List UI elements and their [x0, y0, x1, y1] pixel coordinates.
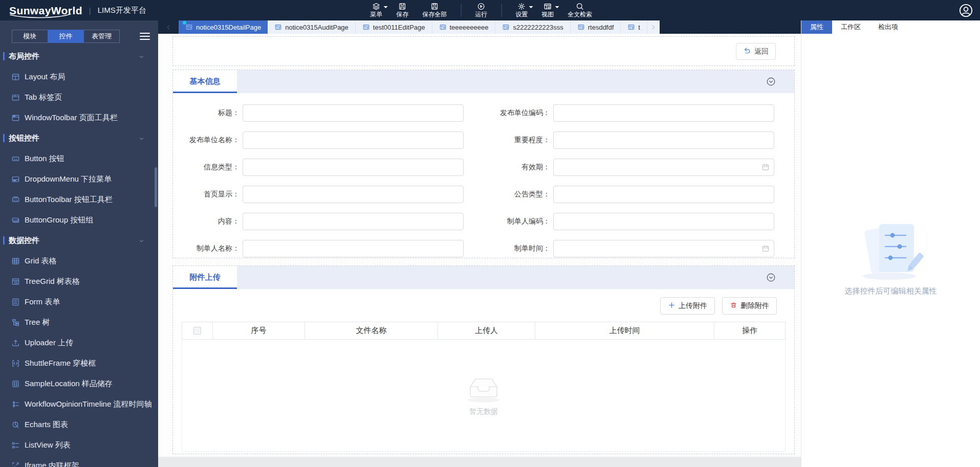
sidebar-item-treegrid[interactable]: TreeGrid 树表格 — [0, 271, 158, 292]
select-all-checkbox[interactable] — [193, 327, 201, 335]
sidebar-item-workflow-timeline[interactable]: WorkflowOpinionTimeline 流程时间轴 — [0, 394, 158, 414]
sidebar-tab-表管理[interactable]: 表管理 — [83, 30, 120, 43]
page-tab-rtesddfdf[interactable]: rtesddfdf — [571, 20, 621, 34]
sidebar-tab-控件[interactable]: 控件 — [48, 30, 84, 43]
app-title: LIMS开发平台 — [98, 6, 146, 15]
tab-scroll-left-button[interactable] — [158, 20, 179, 34]
tab-attachment-upload[interactable]: 附件上传 — [173, 266, 237, 289]
doc-page-icon — [627, 24, 635, 31]
form-label: 制单时间： — [484, 244, 550, 253]
sidebar-item-layout[interactable]: Layout 布局 — [0, 66, 158, 87]
page-tab-s2222222223sss[interactable]: s2222222223sss — [495, 20, 570, 34]
logo-divider: | — [89, 6, 91, 15]
control-groups: 布局控件Layout 布局Tab 标签页WindowToolbar 页面工具栏按… — [0, 46, 158, 467]
form-input-r1c2[interactable] — [553, 104, 774, 122]
chevron-down-icon — [138, 238, 145, 244]
form-row: 发布单位名称：重要程度： — [173, 131, 794, 149]
page-tab-notice0315DetailPage[interactable]: notice0315DetailPage — [179, 20, 268, 34]
chevron-down-icon — [138, 54, 145, 60]
hamburger-menu-icon[interactable] — [140, 33, 150, 40]
form-label: 重要程度： — [484, 136, 550, 145]
sidebar-item-grid[interactable]: Grid 表格 — [0, 251, 158, 271]
layout-icon — [11, 73, 20, 81]
group-header[interactable]: 按钮控件 — [0, 128, 158, 148]
delete-attachment-button[interactable]: 删除附件 — [722, 297, 777, 315]
column-header-1: 序号 — [213, 322, 305, 339]
form-input-r1c1[interactable] — [243, 104, 464, 122]
sidebar-item-shuttle-frame[interactable]: ShuttleFrame 穿梭框 — [0, 353, 158, 373]
form-input-r5c2[interactable] — [553, 213, 774, 230]
form-row: 制单人名称：制单时间： — [173, 240, 794, 257]
logo-swoosh — [9, 14, 72, 18]
form-label: 制单人编码： — [484, 217, 550, 226]
empty-text: 暂无数据 — [469, 407, 498, 416]
tree-icon — [11, 318, 20, 327]
toolbar-button-search[interactable]: 全文检索 — [568, 2, 592, 18]
sidebar-item-iframe[interactable]: Iframe 内联框架 — [0, 455, 158, 467]
page-tab-teeeeeeeeee[interactable]: teeeeeeeeee — [432, 20, 496, 34]
sidebar-item-sample-location[interactable]: SampleLocation 样品储存 — [0, 373, 158, 394]
page-tab-test0011EditPage[interactable]: test0011EditPage — [356, 20, 432, 34]
toolbar-button-layers[interactable]: 菜单 — [370, 2, 382, 18]
attachment-panel[interactable]: 附件上传 上传附件删除附件 序号文件名称上传人上传时间操作 暂无数据 — [172, 265, 795, 454]
toolbar-button-save[interactable]: 保存 — [396, 2, 408, 18]
panel-tab-属性[interactable]: 属性 — [801, 20, 832, 34]
sidebar-item-form[interactable]: Form 表单 — [0, 292, 158, 312]
form-input-r4c1[interactable] — [243, 186, 464, 203]
form-input-r4c2[interactable] — [553, 186, 774, 203]
sidebar-tab-模块[interactable]: 模块 — [12, 30, 48, 43]
tab-scroll-right-button[interactable] — [647, 20, 660, 34]
form-input-r3c1[interactable] — [243, 159, 464, 176]
upload-attachment-button[interactable]: 上传附件 — [660, 297, 715, 315]
form-input-r6c1[interactable] — [243, 240, 464, 257]
sidebar-item-tab[interactable]: Tab 标签页 — [0, 87, 158, 107]
sidebar-item-listview[interactable]: ListView 列表 — [0, 435, 158, 455]
sidebar-tabs: 模块控件表管理 — [12, 30, 158, 43]
form-label: 有效期： — [484, 163, 550, 172]
collapse-icon[interactable] — [766, 273, 776, 282]
tab-basic-info[interactable]: 基本信息 — [173, 70, 237, 93]
attachment-table: 序号文件名称上传人上传时间操作 暂无数据 — [182, 322, 786, 452]
chevron-down-icon — [138, 136, 145, 142]
collapse-icon[interactable] — [766, 77, 776, 86]
form-input-r6c2[interactable] — [553, 240, 774, 257]
basic-info-panel[interactable]: 基本信息 标题：发布单位编码：发布单位名称：重要程度：信息类型：有效期：首页显示… — [172, 70, 795, 258]
column-header-5: 操作 — [714, 322, 785, 339]
sidebar-item-button-toolbar[interactable]: BTNButtonToolbar 按钮工具栏 — [0, 189, 158, 210]
listview-icon — [11, 441, 20, 450]
toolbar-button-view[interactable]: 视图 — [541, 2, 554, 18]
toolbar-button-save-all[interactable]: 保存全部 — [422, 2, 447, 18]
form-input-r2c1[interactable] — [243, 131, 464, 149]
sidebar-item-uploader[interactable]: Uploader 上传 — [0, 332, 158, 353]
page-tab-t[interactable]: t — [621, 20, 647, 34]
panel-tab-检出项[interactable]: 检出项 — [869, 20, 907, 34]
group-accent-bar — [3, 52, 5, 60]
svg-text:BTN: BTN — [13, 219, 17, 221]
form-input-r5c1[interactable] — [243, 213, 464, 230]
group-header[interactable]: 布局控件 — [0, 46, 158, 66]
toolbar-button-gear[interactable]: 设置 — [515, 2, 528, 18]
sidebar-item-button[interactable]: BTNButton 按钮 — [0, 148, 158, 169]
page-tab-notice0315AuditPage[interactable]: notice0315AuditPage — [268, 20, 356, 34]
sidebar-item-dropdown-menu[interactable]: DropdownMenu 下拉菜单 — [0, 169, 158, 189]
user-avatar[interactable] — [959, 4, 973, 17]
sidebar-scrollbar[interactable] — [155, 167, 157, 207]
form-input-r3c2[interactable] — [553, 159, 774, 176]
toolbar-button-run[interactable]: 运行 — [475, 2, 487, 18]
doc-page-icon — [439, 24, 447, 31]
back-icon — [743, 47, 751, 56]
panel-tab-工作区[interactable]: 工作区 — [832, 20, 869, 34]
form-input-r2c2[interactable] — [553, 131, 774, 149]
page-tab-strip: notice0315DetailPagenotice0315AuditPaget… — [158, 20, 801, 34]
sidebar-item-tree[interactable]: Tree 树 — [0, 312, 158, 332]
back-button[interactable]: 返回 — [736, 43, 776, 60]
page-toolbar-region[interactable]: 返回 — [172, 36, 795, 66]
sidebar-item-button-group[interactable]: BTNButtonGroup 按钮组 — [0, 210, 158, 230]
column-header-3: 上传人 — [438, 322, 535, 339]
doc-page-icon — [185, 24, 193, 31]
group-header[interactable]: 数据控件 — [0, 230, 158, 251]
sidebar-item-window-toolbar[interactable]: WindowToolbar 页面工具栏 — [0, 107, 158, 128]
sidebar-item-echarts[interactable]: Echarts 图表 — [0, 414, 158, 435]
canvas-bottom-scrollbar[interactable] — [158, 457, 801, 467]
button-toolbar-icon: BTN — [11, 195, 20, 204]
